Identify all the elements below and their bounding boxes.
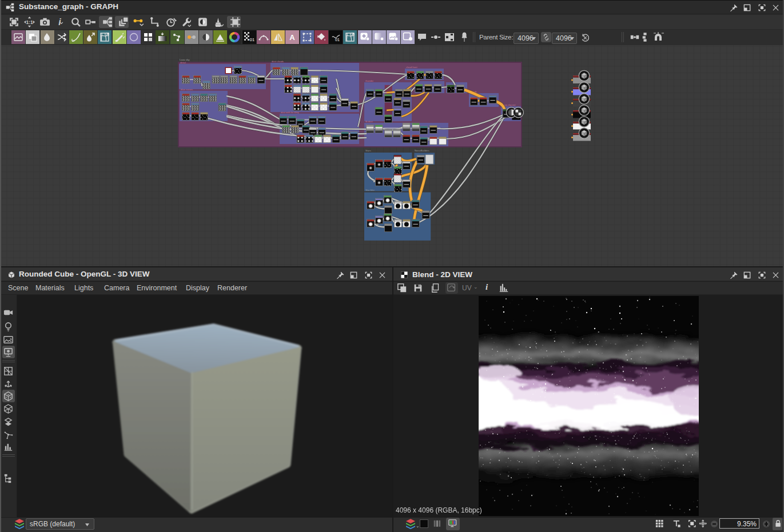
svg-text:01: 01: [250, 37, 254, 42]
svg-text:i: i: [58, 17, 61, 27]
svg-text:1:1: 1:1: [26, 19, 33, 25]
svg-text:dust clouds: dust clouds: [272, 60, 284, 63]
svg-text:Star blur: Star blur: [365, 189, 375, 191]
svg-text:01: 01: [335, 38, 340, 42]
svg-text:NoiseBuilders: NoiseBuilders: [415, 149, 429, 152]
svg-text:thunder: thunder: [365, 79, 374, 82]
svg-text:cloud front: cloud front: [406, 66, 417, 69]
svg-text:detail: detail: [180, 61, 186, 64]
svg-text:A: A: [290, 33, 296, 42]
svg-text:dust with fix tiling: dust with fix tiling: [281, 111, 299, 114]
svg-text:blue noises: blue noises: [181, 88, 193, 91]
svg-text:fb dust: fb dust: [365, 120, 373, 123]
svg-text:Stars: Stars: [365, 149, 371, 152]
